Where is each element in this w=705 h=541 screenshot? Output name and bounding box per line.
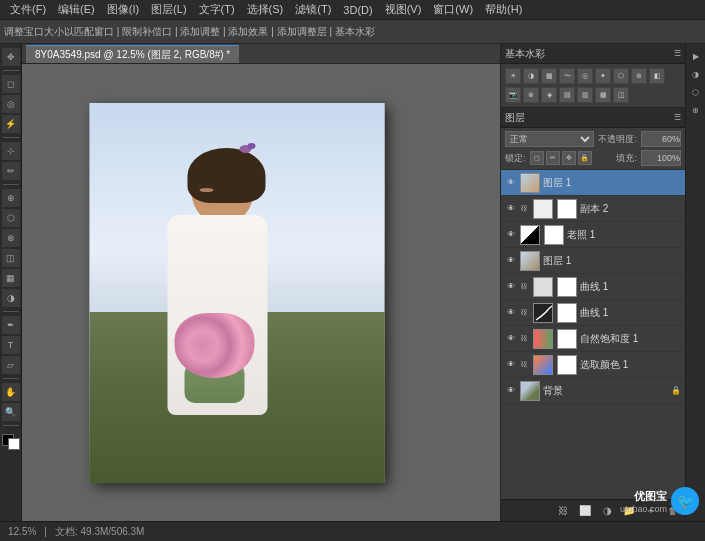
layers-controls: 正常 正片叠底 滤色 不透明度: 锁定: ◻ ✏ ✥ 🔒 (501, 128, 685, 170)
zoom-tool[interactable]: 🔍 (2, 403, 20, 421)
blend-mode-row: 正常 正片叠底 滤色 不透明度: (505, 131, 681, 147)
status-bar: 12.5% | 文档: 49.3M/506.3M (0, 521, 705, 541)
layer-row-7[interactable]: 👁 ⛓ 选取颜色 1 (501, 352, 685, 378)
fill-input[interactable] (641, 150, 681, 166)
layer-row-8[interactable]: 👁 背景 🔒 (501, 378, 685, 404)
panel-menu-icon[interactable]: ☰ (674, 49, 681, 58)
opacity-input[interactable] (641, 131, 681, 147)
adj-bw[interactable]: ◧ (649, 68, 665, 84)
menu-layer[interactable]: 图层(L) (145, 2, 192, 17)
layers-panel-menu[interactable]: ☰ (674, 113, 681, 122)
menu-window[interactable]: 窗口(W) (427, 2, 479, 17)
layer-eye-2[interactable]: 👁 (505, 229, 517, 241)
adj-invert[interactable]: ◈ (541, 87, 557, 103)
menu-filter[interactable]: 滤镜(T) (289, 2, 337, 17)
layer-name-0: 图层 1 (543, 176, 681, 190)
lock-position[interactable]: ✥ (562, 151, 576, 165)
canvas-image (90, 103, 385, 483)
layer-eye-1[interactable]: 👁 (505, 203, 517, 215)
adj-vibrance[interactable]: ✦ (595, 68, 611, 84)
layer-row-4[interactable]: 👁 ⛓ 曲线 1 (501, 274, 685, 300)
erase-tool[interactable]: ◫ (2, 249, 20, 267)
adj-gradient-map[interactable]: ▦ (595, 87, 611, 103)
menu-text[interactable]: 文字(T) (193, 2, 241, 17)
content-area: ✥ ◻ ◎ ⚡ ⊹ ✏ ⊕ ⬡ ⊗ ◫ ▦ ◑ ✒ T ▱ ✋ 🔍 (0, 44, 705, 521)
panel-2-icon[interactable]: ⬡ (688, 84, 704, 100)
layer-thumb-6a (533, 329, 553, 349)
adj-selective[interactable]: ◫ (613, 87, 629, 103)
adj-levels[interactable]: ▦ (541, 68, 557, 84)
background-color[interactable] (8, 438, 20, 450)
blend-mode-select[interactable]: 正常 正片叠底 滤色 (505, 131, 594, 147)
panel-1-icon[interactable]: ◑ (688, 66, 704, 82)
add-mask-icon[interactable]: ⬜ (577, 503, 593, 519)
hand-tool[interactable]: ✋ (2, 383, 20, 401)
clone-tool[interactable]: ⊗ (2, 229, 20, 247)
layer-thumb-4b (557, 277, 577, 297)
layer-eye-4[interactable]: 👁 (505, 281, 517, 293)
layers-list[interactable]: 👁 图层 1 👁 ⛓ 副本 2 👁 (501, 170, 685, 499)
adj-exposure[interactable]: ◎ (577, 68, 593, 84)
layer-row-2[interactable]: 👁 老照 1 (501, 222, 685, 248)
gradient-tool[interactable]: ▦ (2, 269, 20, 287)
adj-posterize[interactable]: ▤ (559, 87, 575, 103)
right-panel-title: 基本水彩 (505, 47, 545, 61)
panel-3-icon[interactable]: ⊕ (688, 102, 704, 118)
layer-eye-8[interactable]: 👁 (505, 385, 517, 397)
marquee-tool[interactable]: ◻ (2, 75, 20, 93)
dodge-tool[interactable]: ◑ (2, 289, 20, 307)
layer-thumb-7a (533, 355, 553, 375)
layer-name-2: 老照 1 (567, 228, 681, 242)
layer-eye-0[interactable]: 👁 (505, 177, 517, 189)
layer-row-5[interactable]: 👁 ⛓ 曲线 1 (501, 300, 685, 326)
menu-select[interactable]: 选择(S) (241, 2, 290, 17)
pen-tool[interactable]: ✒ (2, 316, 20, 334)
eyedrop-tool[interactable]: ✏ (2, 162, 20, 180)
quick-select-tool[interactable]: ⚡ (2, 115, 20, 133)
adj-contrast[interactable]: ◑ (523, 68, 539, 84)
layer-name-6: 自然饱和度 1 (580, 332, 681, 346)
crop-tool[interactable]: ⊹ (2, 142, 20, 160)
tool-separator-1 (3, 70, 19, 71)
menu-3d[interactable]: 3D(D) (337, 4, 378, 16)
canvas-area[interactable] (22, 64, 500, 521)
adj-brightness[interactable]: ☀ (505, 68, 521, 84)
lasso-tool[interactable]: ◎ (2, 95, 20, 113)
menu-help[interactable]: 帮助(H) (479, 2, 528, 17)
layer-row-0[interactable]: 👁 图层 1 (501, 170, 685, 196)
menu-view[interactable]: 视图(V) (379, 2, 428, 17)
lock-all[interactable]: 🔒 (578, 151, 592, 165)
tool-separator-5 (3, 378, 19, 379)
menu-edit[interactable]: 编辑(E) (52, 2, 101, 17)
adj-channel[interactable]: ⊗ (523, 87, 539, 103)
layer-eye-6[interactable]: 👁 (505, 333, 517, 345)
heal-tool[interactable]: ⊕ (2, 189, 20, 207)
type-tool[interactable]: T (2, 336, 20, 354)
layer-row-3[interactable]: 👁 图层 1 (501, 248, 685, 274)
menu-image[interactable]: 图像(I) (101, 2, 145, 17)
color-picker[interactable] (2, 434, 20, 450)
layer-thumb-2a (520, 225, 540, 245)
shape-tool[interactable]: ▱ (2, 356, 20, 374)
layer-name-3: 图层 1 (543, 254, 681, 268)
link-layers-icon[interactable]: ⛓ (555, 503, 571, 519)
adj-hue[interactable]: ⬡ (613, 68, 629, 84)
adj-photo[interactable]: 📷 (505, 87, 521, 103)
adj-curves[interactable]: 〜 (559, 68, 575, 84)
lock-pixel[interactable]: ✏ (546, 151, 560, 165)
layer-thumb-7b (557, 355, 577, 375)
collapse-icon[interactable]: ▶ (688, 48, 704, 64)
adj-threshold[interactable]: ▥ (577, 87, 593, 103)
layer-row-1[interactable]: 👁 ⛓ 副本 2 (501, 196, 685, 222)
layer-eye-5[interactable]: 👁 (505, 307, 517, 319)
doc-tab-active[interactable]: 8Y0A3549.psd @ 12.5% (图层 2, RGB/8#) * (26, 45, 239, 63)
brush-tool[interactable]: ⬡ (2, 209, 20, 227)
adj-balance[interactable]: ⊕ (631, 68, 647, 84)
layer-eye-7[interactable]: 👁 (505, 359, 517, 371)
add-adjustment-icon[interactable]: ◑ (599, 503, 615, 519)
menu-file[interactable]: 文件(F) (4, 2, 52, 17)
layer-eye-3[interactable]: 👁 (505, 255, 517, 267)
layer-row-6[interactable]: 👁 ⛓ 自然饱和度 1 (501, 326, 685, 352)
move-tool[interactable]: ✥ (2, 48, 20, 66)
lock-transparent[interactable]: ◻ (530, 151, 544, 165)
